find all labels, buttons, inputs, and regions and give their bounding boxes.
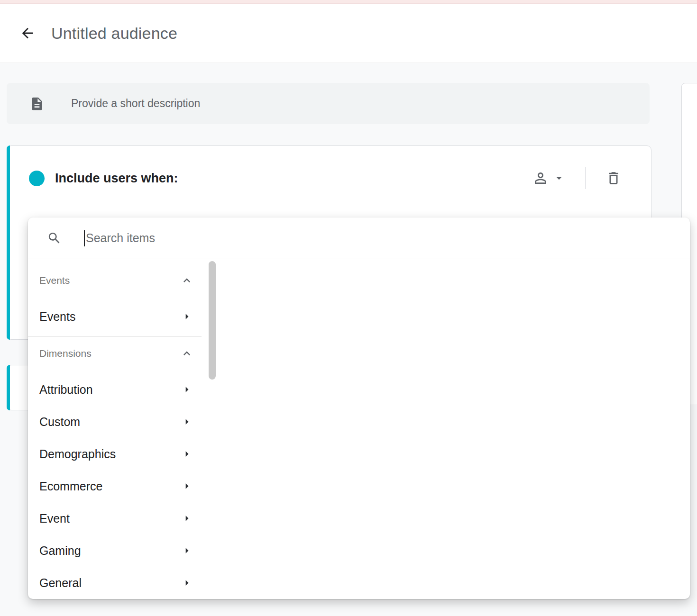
section-divider — [28, 336, 202, 337]
actions-divider — [585, 167, 586, 189]
text-cursor — [84, 230, 85, 246]
audience-builder-screen: Untitled audience Provide a short descri… — [0, 0, 697, 616]
menu-item-label: Demographics — [39, 447, 116, 461]
menu-item-label: Events — [39, 310, 75, 324]
arrow-right-icon — [180, 415, 193, 428]
delete-card-button[interactable] — [605, 170, 622, 186]
back-button[interactable] — [18, 24, 37, 43]
menu-item-event[interactable]: Event — [28, 505, 202, 532]
dimension-picker-menu: Events Events Dimensions Attri — [28, 217, 690, 599]
chevron-down-icon — [553, 172, 565, 184]
scrollbar[interactable] — [209, 261, 216, 380]
menu-item-label: Ecommerce — [39, 480, 102, 493]
arrow-right-icon — [180, 544, 193, 557]
menu-item-label: Gaming — [39, 544, 81, 558]
arrow-right-icon — [180, 480, 193, 493]
section-label: Events — [39, 275, 70, 286]
menu-item-gaming[interactable]: Gaming — [28, 537, 202, 564]
menu-item-ecommerce[interactable]: Ecommerce — [28, 472, 202, 500]
document-icon — [29, 96, 45, 111]
card-accent-edge — [7, 145, 10, 340]
person-icon — [532, 170, 549, 187]
arrow-right-icon — [180, 447, 193, 461]
menu-item-label: General — [39, 576, 82, 590]
arrow-right-icon — [180, 512, 193, 525]
search-input[interactable] — [86, 231, 690, 245]
menu-body: Events Events Dimensions Attri — [28, 259, 690, 598]
search-row — [28, 217, 690, 259]
menu-item-label: Event — [39, 512, 70, 525]
menu-item-events[interactable]: Events — [28, 303, 202, 330]
menu-item-label: Attribution — [39, 383, 93, 397]
description-field[interactable]: Provide a short description — [7, 83, 650, 124]
chevron-up-icon — [180, 274, 193, 287]
section-header-dimensions[interactable]: Dimensions — [28, 340, 202, 367]
arrow-right-icon — [180, 383, 193, 396]
scope-dot-icon — [29, 171, 45, 186]
scope-selector-button[interactable] — [532, 170, 565, 187]
topbar: Untitled audience — [0, 4, 697, 63]
arrow-right-icon — [180, 576, 193, 589]
page-title: Untitled audience — [51, 24, 177, 43]
arrow-left-icon — [19, 25, 36, 41]
card-actions — [532, 167, 622, 189]
menu-item-general[interactable]: General — [28, 569, 202, 597]
search-icon — [47, 231, 62, 245]
top-notice-strip — [0, 0, 697, 4]
card-accent-edge — [7, 365, 10, 410]
include-card-header: Include users when: — [29, 163, 178, 193]
menu-item-attribution[interactable]: Attribution — [28, 376, 202, 403]
menu-item-demographics[interactable]: Demographics — [28, 440, 202, 468]
description-placeholder: Provide a short description — [71, 97, 200, 110]
include-card-title: Include users when: — [55, 171, 178, 186]
section-label: Dimensions — [39, 348, 92, 359]
menu-item-custom[interactable]: Custom — [28, 408, 202, 435]
chevron-up-icon — [180, 347, 193, 360]
section-header-events[interactable]: Events — [28, 267, 202, 294]
trash-icon — [605, 170, 622, 186]
arrow-right-icon — [180, 310, 193, 323]
menu-item-label: Custom — [39, 415, 80, 429]
